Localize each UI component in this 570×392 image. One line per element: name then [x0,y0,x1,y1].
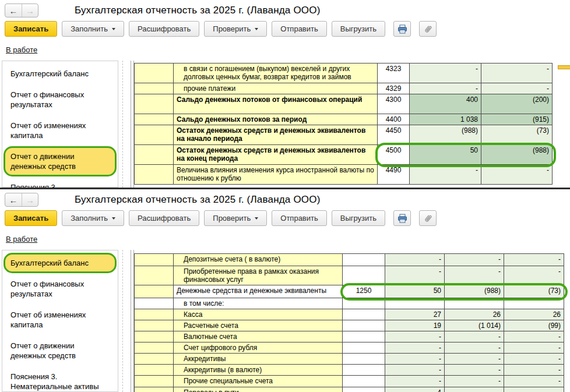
row-marker-cell[interactable] [135,298,174,309]
row-marker-cell[interactable] [135,285,174,298]
value-cell[interactable]: 26 [504,309,564,320]
value-cell[interactable]: (988) [410,125,481,145]
row-marker-cell[interactable] [135,376,174,387]
value-cell[interactable]: - [481,83,553,94]
row-marker-cell[interactable] [135,331,174,342]
value-cell[interactable]: - [445,342,504,354]
check-button[interactable]: Проверить [204,21,267,37]
value-cell[interactable]: (988) [481,145,553,165]
value-cell[interactable]: - [445,254,504,266]
value-cell[interactable]: - [410,83,481,94]
row-marker-cell[interactable] [135,165,174,185]
check-button[interactable]: Проверить [204,210,267,226]
status-link[interactable]: В работе [6,45,37,54]
value-cell[interactable] [504,387,564,392]
row-marker-cell[interactable] [135,266,174,285]
send-button[interactable]: Отправить [272,210,326,226]
decipher-button[interactable]: Расшифровать [129,210,199,226]
value-cell[interactable]: - [481,63,553,83]
value-cell[interactable]: 50 [410,145,481,165]
value-cell[interactable]: - [385,376,445,387]
fill-button[interactable]: Заполнить [62,210,124,226]
value-cell[interactable]: - [504,354,564,365]
value-cell[interactable]: (988) [445,285,504,298]
row-marker-cell[interactable] [135,63,174,83]
value-cell[interactable] [504,298,564,309]
sidebar-item-financial-results[interactable]: Отчет о финансовых результатах [3,274,117,304]
row-marker-cell[interactable] [135,354,174,365]
row-marker-cell[interactable] [135,365,174,376]
status-link[interactable]: В работе [6,235,37,243]
value-cell[interactable]: - [481,165,553,185]
value-cell[interactable] [385,298,445,309]
value-cell[interactable]: - [504,266,564,285]
value-cell[interactable]: (73) [504,285,564,298]
value-cell[interactable]: - [504,365,564,376]
export-button[interactable]: Выгрузить [332,210,385,226]
save-button[interactable]: Записать [5,210,57,226]
row-marker-cell[interactable] [135,254,174,266]
save-button[interactable]: Записать [5,21,57,37]
value-cell[interactable]: - [445,365,504,376]
value-cell[interactable]: - [445,266,504,285]
row-marker-cell[interactable] [135,309,174,320]
value-cell[interactable]: 19 [385,320,445,331]
pane-splitter[interactable] [122,250,134,392]
pane-splitter[interactable] [122,61,134,188]
forward-button[interactable]: → [22,193,38,206]
value-cell[interactable]: 50 [385,285,445,298]
attach-button[interactable] [419,21,437,37]
row-marker-cell[interactable] [135,125,174,145]
value-cell[interactable]: 1 038 [410,114,481,125]
sidebar-item-notes-3[interactable]: Пояснения 3. Нематериальные активы [3,366,117,392]
sidebar-item-capital-changes[interactable]: Отчет об изменениях капитала [3,305,117,335]
sidebar-item-financial-results[interactable]: Отчет о финансовых результатах [3,84,117,115]
back-button[interactable]: ← [5,4,22,17]
value-cell[interactable]: - [385,354,445,365]
value-cell[interactable] [445,298,504,309]
export-button[interactable]: Выгрузить [332,21,385,37]
decipher-button[interactable]: Расшифровать [129,21,199,37]
value-cell[interactable]: - [410,165,481,185]
value-cell[interactable]: 400 [410,94,481,114]
row-marker-cell[interactable] [135,320,174,331]
value-cell[interactable]: (99) [504,320,564,331]
row-marker-cell[interactable] [135,114,174,125]
sidebar-item-cash-flow[interactable]: Отчет о движении денежных средств [3,146,117,176]
row-marker-cell[interactable] [135,342,174,354]
value-cell[interactable]: - [504,342,564,354]
value-cell[interactable]: 26 [445,309,504,320]
print-button[interactable] [393,21,411,37]
value-cell[interactable] [445,387,504,392]
row-marker-cell[interactable] [135,94,174,114]
value-cell[interactable]: - [445,354,504,365]
value-cell[interactable]: (915) [481,114,553,125]
value-cell[interactable]: (1 014) [445,320,504,331]
row-marker-cell[interactable] [135,83,174,94]
sidebar-item-capital-changes[interactable]: Отчет об изменениях капитала [3,115,117,146]
value-cell[interactable]: (200) [481,94,553,114]
sidebar-item-cash-flow[interactable]: Отчет о движении денежных средств [3,336,117,366]
value-cell[interactable]: - [445,331,504,342]
value-cell[interactable]: 4 [385,387,445,392]
sidebar-item-balance[interactable]: Бухгалтерский баланс [3,63,117,84]
value-cell[interactable]: - [445,376,504,387]
row-marker-cell[interactable] [135,387,174,392]
sidebar-item-notes-3[interactable]: Пояснения 3. Нематериальные активы [3,177,117,188]
value-cell[interactable]: - [385,331,445,342]
sidebar-item-balance[interactable]: Бухгалтерский баланс [3,253,117,273]
row-marker-cell[interactable] [135,145,174,165]
value-cell[interactable]: - [385,266,445,285]
value-cell[interactable]: - [504,254,564,266]
fill-button[interactable]: Заполнить [62,21,124,37]
back-button[interactable]: ← [5,193,22,206]
print-button[interactable] [393,210,411,226]
value-cell[interactable]: 27 [385,309,445,320]
forward-button[interactable]: → [22,4,38,17]
attach-button[interactable] [419,210,437,226]
value-cell[interactable]: (73) [481,125,553,145]
value-cell[interactable]: - [385,342,445,354]
value-cell[interactable]: - [504,376,564,387]
value-cell[interactable]: - [385,254,445,266]
send-button[interactable]: Отправить [272,21,326,37]
